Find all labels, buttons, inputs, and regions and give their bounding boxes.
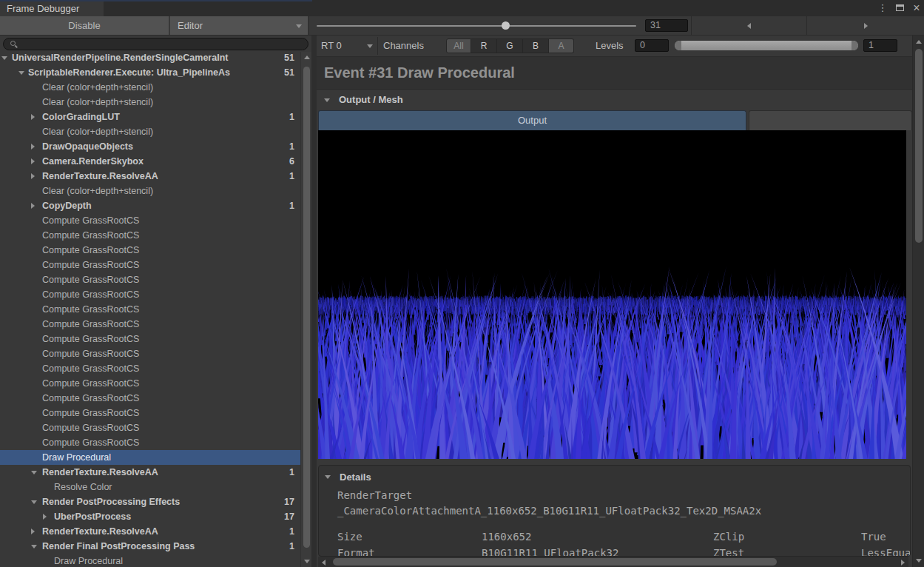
tree-row[interactable]: Compute GrassRootCS: [0, 317, 300, 332]
channel-buttons: AllRGBA: [446, 38, 574, 53]
right-panel-scrollbar[interactable]: [912, 36, 924, 567]
tree-row[interactable]: Compute GrassRootCS: [0, 361, 300, 376]
disable-button[interactable]: Disable: [0, 16, 169, 35]
foldout-collapsed-icon[interactable]: [31, 158, 35, 164]
tree-row[interactable]: ScriptableRenderer.Execute: Ultra_Pipeli…: [0, 65, 300, 80]
window-menu-icon[interactable]: ⋮: [875, 0, 890, 16]
scroll-up-icon[interactable]: [916, 40, 922, 44]
tree-row[interactable]: CopyDepth1: [0, 198, 300, 213]
scroll-down-icon[interactable]: [916, 559, 922, 563]
foldout-collapsed-icon[interactable]: [31, 144, 35, 150]
channel-button-r[interactable]: R: [471, 38, 497, 53]
tree-row[interactable]: UberPostProcess17: [0, 509, 300, 524]
frame-slider-track[interactable]: [317, 25, 636, 27]
tree-row[interactable]: Render Final PostProcessing Pass1: [0, 539, 300, 554]
tree-row[interactable]: DrawOpaqueObjects1: [0, 139, 300, 154]
prev-frame-button[interactable]: [692, 16, 806, 35]
tree-row[interactable]: Clear (color+depth+stencil): [0, 80, 300, 95]
tree-row[interactable]: Clear (color+depth+stencil): [0, 95, 300, 110]
scroll-right-icon[interactable]: [901, 560, 905, 566]
scroll-down-icon[interactable]: [304, 560, 310, 563]
details-horizontal-scrollbar[interactable]: [318, 557, 908, 567]
tree-row[interactable]: Draw Procedural: [0, 450, 300, 465]
tree-row[interactable]: Draw Procedural: [0, 554, 300, 567]
levels-min-input[interactable]: 0: [635, 39, 669, 52]
foldout-expanded-icon[interactable]: [324, 98, 330, 102]
foldout-expanded-icon[interactable]: [31, 471, 37, 474]
target-dropdown-label: Editor: [178, 20, 203, 31]
details-field-label: ZClip: [713, 529, 744, 544]
foldout-expanded-icon[interactable]: [1, 56, 7, 60]
output-mesh-header[interactable]: Output / Mesh: [339, 90, 403, 110]
tree-row-count: 1: [289, 524, 294, 539]
tree-row[interactable]: Compute GrassRootCS: [0, 332, 300, 346]
tree-row[interactable]: Compute GrassRootCS: [0, 272, 300, 287]
tree-row[interactable]: Compute GrassRootCS: [0, 435, 300, 450]
next-frame-button[interactable]: [807, 16, 924, 35]
tree-row-label: Compute GrassRootCS: [42, 346, 281, 361]
window-tab-frame-debugger[interactable]: Frame Debugger: [0, 1, 104, 16]
search-input[interactable]: [21, 39, 303, 49]
foldout-expanded-icon[interactable]: [31, 545, 37, 548]
foldout-expanded-icon[interactable]: [18, 71, 24, 75]
tree-row-label: Compute GrassRootCS: [42, 361, 281, 376]
tree-row[interactable]: RenderTexture.ResolveAA1: [0, 465, 300, 480]
details-header[interactable]: Details: [340, 469, 371, 486]
tree-row[interactable]: Compute GrassRootCS: [0, 420, 300, 435]
tree-row[interactable]: Render PostProcessing Effects17: [0, 494, 300, 509]
tree-row[interactable]: Resolve Color: [0, 480, 300, 494]
channel-button-all[interactable]: All: [446, 38, 471, 53]
tree-row[interactable]: UniversalRenderPipeline.RenderSingleCame…: [0, 52, 300, 65]
tree-row-label: ScriptableRenderer.Execute: Ultra_Pipeli…: [28, 65, 281, 80]
foldout-expanded-icon[interactable]: [31, 500, 37, 504]
scroll-left-icon[interactable]: [322, 560, 326, 566]
close-icon[interactable]: ×: [909, 0, 924, 16]
foldout-expanded-icon[interactable]: [325, 475, 331, 479]
vertical-scrollbar-thumb[interactable]: [915, 49, 923, 243]
tree-row[interactable]: Compute GrassRootCS: [0, 287, 300, 302]
search-box[interactable]: [3, 38, 308, 50]
tree-scrollbar[interactable]: [300, 52, 311, 567]
tree-row-label: RenderTexture.ResolveAA: [42, 524, 281, 539]
tree-row[interactable]: Compute GrassRootCS: [0, 258, 300, 272]
tree-row[interactable]: Clear (color+depth+stencil): [0, 184, 300, 198]
frame-slider-handle[interactable]: [502, 21, 510, 30]
channel-button-g[interactable]: G: [497, 38, 523, 53]
tab-output[interactable]: Output: [318, 110, 746, 130]
foldout-collapsed-icon[interactable]: [31, 114, 35, 120]
tab-mesh[interactable]: [749, 110, 912, 130]
frame-number-input[interactable]: 31: [645, 19, 688, 32]
tree-row[interactable]: Camera.RenderSkybox6: [0, 154, 300, 169]
channel-button-b[interactable]: B: [523, 38, 549, 53]
channel-button-a[interactable]: A: [549, 38, 574, 53]
tree-row-count: 1: [289, 110, 294, 124]
foldout-collapsed-icon[interactable]: [31, 529, 35, 534]
tree-row[interactable]: Clear (color+depth+stencil): [0, 124, 300, 139]
tree-row[interactable]: Compute GrassRootCS: [0, 376, 300, 391]
target-dropdown[interactable]: Editor: [170, 16, 308, 35]
tree-scrollbar-thumb[interactable]: [303, 67, 310, 548]
panel-divider[interactable]: [311, 36, 317, 567]
levels-max-input[interactable]: 1: [863, 39, 897, 52]
tree-row[interactable]: Compute GrassRootCS: [0, 302, 300, 317]
event-title: Event #31 Draw Procedural: [324, 57, 515, 89]
levels-range-slider[interactable]: [675, 41, 858, 50]
maximize-icon[interactable]: [892, 0, 907, 16]
tree-row[interactable]: Compute GrassRootCS: [0, 228, 300, 243]
levels-label: Levels: [596, 36, 624, 56]
rt-toolbar: RT 0 Channels AllRGBA Levels 0 1: [317, 36, 924, 57]
horizontal-scrollbar-thumb[interactable]: [333, 558, 777, 566]
foldout-collapsed-icon[interactable]: [31, 203, 35, 209]
foldout-collapsed-icon[interactable]: [43, 514, 47, 520]
scroll-up-icon[interactable]: [304, 56, 310, 59]
tree-row[interactable]: Compute GrassRootCS: [0, 213, 300, 228]
tree-row[interactable]: Compute GrassRootCS: [0, 391, 300, 406]
tree-row[interactable]: RenderTexture.ResolveAA1: [0, 169, 300, 184]
tree-row[interactable]: RenderTexture.ResolveAA1: [0, 524, 300, 539]
tree-row[interactable]: Compute GrassRootCS: [0, 243, 300, 258]
tree-row[interactable]: Compute GrassRootCS: [0, 406, 300, 420]
foldout-collapsed-icon[interactable]: [31, 173, 35, 179]
rt-dropdown[interactable]: RT 0: [320, 36, 377, 56]
tree-row[interactable]: Compute GrassRootCS: [0, 346, 300, 361]
tree-row[interactable]: ColorGradingLUT1: [0, 110, 300, 124]
